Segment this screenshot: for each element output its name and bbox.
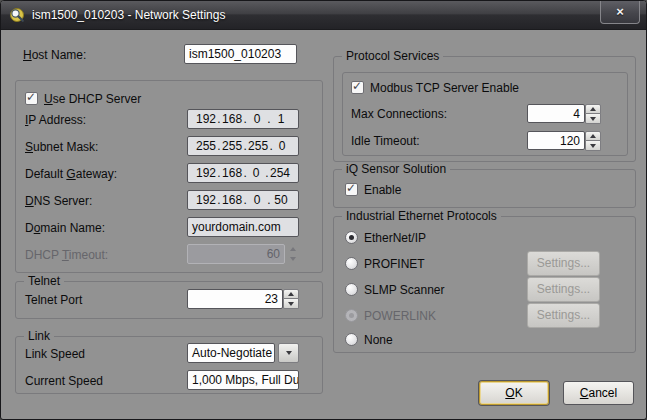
radio-slmp-scanner[interactable] bbox=[345, 283, 358, 296]
link-speed-label: Link Speed bbox=[25, 347, 85, 361]
spin-up-icon[interactable] bbox=[585, 131, 601, 141]
dhcp-timeout-label: DHCP Timeout: bbox=[25, 248, 108, 262]
modbus-tcp-enable-label: Modbus TCP Server Enable bbox=[370, 81, 519, 95]
spin-down-icon[interactable] bbox=[585, 114, 601, 124]
dns-server-label: DNS Server: bbox=[25, 194, 92, 208]
telnet-port-label: Telnet Port bbox=[25, 293, 82, 307]
use-dhcp-checkbox[interactable]: ✓ bbox=[25, 92, 38, 105]
protocol-services-group-title: Protocol Services bbox=[342, 49, 443, 63]
spin-up-icon[interactable] bbox=[585, 104, 601, 114]
app-magnifier-icon bbox=[9, 7, 26, 24]
ip-address-label: IP Address: bbox=[25, 113, 86, 127]
radio-slmp-scanner-label: SLMP Scanner bbox=[364, 283, 445, 297]
idle-timeout-spinner[interactable] bbox=[585, 131, 601, 150]
subnet-mask-field[interactable]: 255.255.255.0 bbox=[187, 136, 299, 156]
idle-timeout-label: Idle Timeout: bbox=[351, 134, 420, 148]
industrial-protocols-group-title: Industrial Ethernet Protocols bbox=[342, 209, 501, 223]
link-speed-dropdown-button[interactable] bbox=[278, 343, 299, 363]
chevron-down-icon bbox=[286, 351, 292, 355]
telnet-group-title: Telnet bbox=[24, 274, 64, 288]
iq-enable-label: Enable bbox=[364, 183, 401, 197]
radio-profinet[interactable] bbox=[345, 257, 358, 270]
spin-down-icon[interactable] bbox=[585, 141, 601, 151]
ok-button[interactable]: OK bbox=[479, 381, 549, 405]
domain-name-input[interactable]: yourdomain.com bbox=[187, 217, 299, 237]
domain-name-label: Domain Name: bbox=[25, 221, 105, 235]
modbus-tcp-enable-checkbox[interactable]: ✓ bbox=[351, 81, 364, 94]
window-title: ism1500_010203 - Network Settings bbox=[32, 8, 225, 22]
dhcp-timeout-spinner bbox=[285, 244, 301, 264]
titlebar[interactable]: ism1500_010203 - Network Settings × bbox=[1, 1, 646, 30]
check-icon: ✓ bbox=[346, 181, 356, 195]
host-name-input[interactable]: ism1500_010203 bbox=[184, 44, 297, 64]
radio-ethernet-ip-label: EtherNet/IP bbox=[364, 231, 426, 245]
idle-timeout-input[interactable]: 120 bbox=[527, 131, 585, 150]
current-speed-value: 1,000 Mbps, Full Dup bbox=[187, 370, 299, 390]
dns-server-field[interactable]: 192.168.0.50 bbox=[187, 190, 299, 210]
current-speed-label: Current Speed bbox=[25, 374, 103, 388]
iq-enable-checkbox[interactable]: ✓ bbox=[345, 183, 358, 196]
spin-up-icon bbox=[285, 244, 301, 254]
subnet-mask-label: Subnet Mask: bbox=[25, 140, 98, 154]
use-dhcp-label: Use DHCP Server bbox=[44, 92, 141, 106]
profinet-settings-button: Settings... bbox=[527, 251, 600, 276]
radio-powerlink-label: POWERLINK bbox=[364, 309, 436, 323]
spin-down-icon[interactable] bbox=[283, 299, 299, 309]
spin-down-icon bbox=[285, 254, 301, 264]
max-connections-label: Max Connections: bbox=[351, 107, 447, 121]
radio-none-label: None bbox=[364, 333, 393, 347]
network-settings-dialog: ism1500_010203 - Network Settings × Host… bbox=[0, 0, 647, 420]
max-connections-input[interactable]: 4 bbox=[527, 104, 585, 123]
host-name-label: Host Name: bbox=[23, 48, 86, 62]
ip-address-field[interactable]: 192.168.0.1 bbox=[187, 109, 299, 129]
spin-up-icon[interactable] bbox=[283, 289, 299, 299]
radio-ethernet-ip[interactable] bbox=[345, 231, 358, 244]
telnet-port-spinner[interactable] bbox=[283, 289, 299, 309]
dhcp-timeout-input: 60 bbox=[187, 244, 285, 264]
check-icon: ✓ bbox=[26, 90, 36, 104]
iq-sensor-group-title: iQ Sensor Solution bbox=[342, 162, 450, 176]
max-connections-spinner[interactable] bbox=[585, 104, 601, 123]
radio-powerlink bbox=[345, 309, 358, 322]
default-gateway-field[interactable]: 192.168.0.254 bbox=[187, 163, 299, 183]
telnet-port-input[interactable]: 23 bbox=[187, 289, 283, 309]
slmp-settings-button: Settings... bbox=[527, 277, 600, 302]
link-group-title: Link bbox=[24, 329, 54, 343]
radio-none[interactable] bbox=[345, 333, 358, 346]
link-speed-select[interactable]: Auto-Negotiate bbox=[187, 343, 275, 363]
default-gateway-label: Default Gateway: bbox=[25, 167, 117, 181]
powerlink-settings-button: Settings... bbox=[527, 303, 600, 328]
close-button[interactable]: × bbox=[600, 1, 640, 24]
radio-profinet-label: PROFINET bbox=[364, 257, 425, 271]
cancel-button[interactable]: Cancel bbox=[563, 381, 634, 405]
check-icon: ✓ bbox=[352, 79, 362, 93]
